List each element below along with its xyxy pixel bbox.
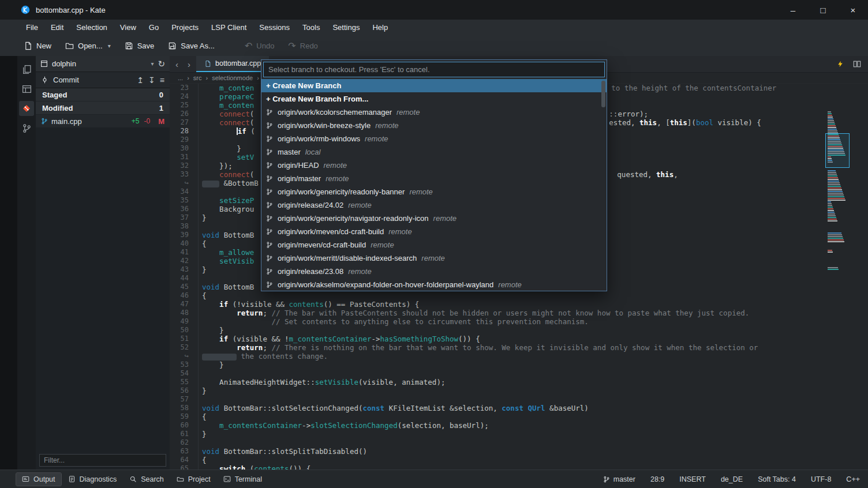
refresh-icon[interactable]: ↻ <box>158 59 165 69</box>
branch-item[interactable]: origin/work/meven/cd-craft-buildremote <box>261 225 607 238</box>
code-line[interactable]: 61} <box>170 430 868 438</box>
encoding[interactable]: UTF-8 <box>811 475 831 483</box>
code-line[interactable]: 58void BottomBar::slotSelectionChanged(c… <box>170 404 868 412</box>
symbols-panel-button[interactable] <box>19 121 34 136</box>
menu-sessions[interactable]: Sessions <box>253 20 296 36</box>
tab-settings[interactable]: Soft Tabs: 4 <box>758 475 796 483</box>
git-branch-indicator[interactable]: master <box>603 475 635 483</box>
minimap-viewport[interactable] <box>825 133 850 168</box>
back-icon[interactable]: ‹ <box>175 59 178 69</box>
code-line[interactable]: 52 return; // There is nothing on the ba… <box>170 343 868 352</box>
pull-icon[interactable]: ↧ <box>148 76 155 85</box>
code-line[interactable]: 46{ <box>170 291 868 300</box>
crumb-selectionmode[interactable]: selectionmode <box>212 74 253 81</box>
close-button[interactable]: × <box>838 0 868 20</box>
menu-edit[interactable]: Edit <box>44 20 70 36</box>
code-line[interactable]: 59{ <box>170 412 868 421</box>
branch-search-input[interactable] <box>263 62 605 77</box>
code-line[interactable]: 64{ <box>170 456 868 464</box>
dictionary-locale[interactable]: de_DE <box>721 475 743 483</box>
code-line[interactable]: 63void BottomBar::slotSplitTabDisabled() <box>170 447 868 456</box>
code-line[interactable]: 60 m_contentsContainer->slotSelectionCha… <box>170 421 868 430</box>
menu-view[interactable]: View <box>114 20 143 36</box>
syntax-mode[interactable]: C++ <box>846 475 860 483</box>
branch-action-item[interactable]: + Create New Branch <box>261 79 607 92</box>
code-line[interactable]: ↪ the contents change. <box>170 352 868 361</box>
statusbar-terminal-button[interactable]: Terminal <box>218 473 268 486</box>
code-line[interactable]: 47 if (!visible && contents() == PasteCo… <box>170 300 868 309</box>
redo-button[interactable]: ↷ Redo <box>282 39 324 53</box>
branch-item[interactable]: origin/work/merritt/disable-indexed-sear… <box>261 251 607 265</box>
branch-item[interactable]: origin/work/akselmo/expand-folder-on-hov… <box>261 278 607 291</box>
crumb-ellipsis[interactable]: ... <box>178 74 183 81</box>
input-mode[interactable]: INSERT <box>679 475 706 483</box>
branch-item[interactable]: origin/work/genericity/navigator-readonl… <box>261 212 607 225</box>
branch-item[interactable]: origin/HEADremote <box>261 159 607 172</box>
file-branch-icon <box>41 118 48 125</box>
menu-selection[interactable]: Selection <box>70 20 113 36</box>
modified-file-row[interactable]: main.cpp +5 -0 M <box>36 115 170 127</box>
menu-help[interactable]: Help <box>366 20 394 36</box>
lsp-lightning-icon[interactable] <box>837 60 844 68</box>
maximize-button[interactable]: □ <box>808 0 838 20</box>
code-line[interactable]: 57 <box>170 395 868 404</box>
git-menu-icon[interactable]: ≡ <box>160 76 164 85</box>
cursor-position[interactable]: 28:9 <box>650 475 664 483</box>
documents-panel-button[interactable] <box>19 62 34 77</box>
menu-lsp-client[interactable]: LSP Client <box>205 20 253 36</box>
code-line[interactable]: 62 <box>170 438 868 447</box>
branch-item[interactable]: origin/masterremote <box>261 172 607 185</box>
save-as-button[interactable]: Save As... <box>162 39 221 53</box>
branch-item[interactable]: origin/work/genericity/readonly-bannerre… <box>261 185 607 198</box>
forward-icon[interactable]: › <box>188 59 190 69</box>
minimize-button[interactable]: – <box>778 0 808 20</box>
code-line[interactable]: 53 } <box>170 361 868 369</box>
tab-bottombar-cpp[interactable]: bottombar.cpp <box>196 56 269 72</box>
split-view-icon[interactable] <box>853 60 861 68</box>
menu-tools[interactable]: Tools <box>296 20 326 36</box>
project-panel-button[interactable] <box>19 81 34 96</box>
code-line[interactable]: 49 // Set contents to anything else to c… <box>170 317 868 326</box>
minimap[interactable] <box>826 111 848 434</box>
project-selector[interactable]: dolphin ▾ ↻ <box>36 56 170 72</box>
branch-action-item[interactable]: + Create New Branch From... <box>261 92 607 106</box>
branch-item[interactable]: masterlocal <box>261 145 607 159</box>
code-line[interactable]: 51 if (visible && !m_contentsContainer->… <box>170 335 868 343</box>
modified-row[interactable]: Modified1 <box>36 102 170 115</box>
open-button[interactable]: Open...▾ <box>59 39 117 53</box>
branch-icon <box>266 254 273 262</box>
staged-row[interactable]: Staged0 <box>36 88 170 102</box>
redo-icon: ↷ <box>288 42 295 50</box>
menu-file[interactable]: File <box>20 20 44 36</box>
code-line[interactable]: 55 AnimatedHeightWidget::setVisible(visi… <box>170 378 868 386</box>
code-line[interactable]: 48 return; // The bar with PasteContents… <box>170 309 868 317</box>
line-number: 26 <box>170 110 199 118</box>
statusbar-output-button[interactable]: Output <box>16 473 61 486</box>
crumb-src[interactable]: src <box>193 74 202 81</box>
filter-input[interactable] <box>39 454 166 467</box>
branch-item[interactable]: origin/work/win-breeze-styleremote <box>261 119 607 132</box>
code-line[interactable]: 50 } <box>170 326 868 335</box>
statusbar-search-button[interactable]: Search <box>124 473 170 486</box>
branch-item[interactable]: origin/work/rmb-windowsremote <box>261 132 607 145</box>
branch-name: origin/HEAD <box>278 161 319 170</box>
statusbar-project-button[interactable]: Project <box>171 473 216 486</box>
undo-button[interactable]: ↶ Undo <box>238 39 280 53</box>
code-line[interactable]: 56} <box>170 386 868 395</box>
branch-item[interactable]: origin/release/24.02remote <box>261 198 607 212</box>
popup-scrollbar-thumb[interactable] <box>601 81 605 107</box>
branch-icon <box>266 188 273 196</box>
branch-item[interactable]: origin/meven/cd-craft-buildremote <box>261 238 607 251</box>
branch-item[interactable]: origin/work/kcolorschememanagerremote <box>261 106 607 119</box>
branch-item[interactable]: origin/release/23.08remote <box>261 265 607 278</box>
statusbar-diagnostics-button[interactable]: Diagnostics <box>62 473 123 486</box>
code-line[interactable]: 54 <box>170 369 868 378</box>
new-button[interactable]: New <box>17 39 58 53</box>
menu-settings[interactable]: Settings <box>326 20 366 36</box>
save-button[interactable]: Save <box>118 39 161 53</box>
commit-button[interactable]: Commit <box>53 76 79 84</box>
menu-go[interactable]: Go <box>143 20 165 36</box>
push-icon[interactable]: ↥ <box>137 76 144 85</box>
menu-projects[interactable]: Projects <box>165 20 205 36</box>
git-panel-button[interactable] <box>19 101 34 116</box>
